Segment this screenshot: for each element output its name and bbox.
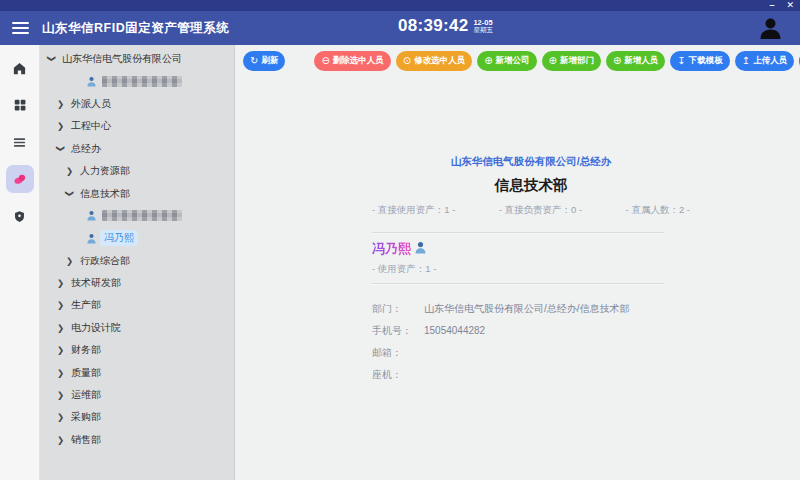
app-window: – ✕ 山东华信RFID固定资产管理系统 08:39:42 12-05 星期五 …: [0, 0, 800, 480]
circle-edit-icon: ⊙: [403, 56, 411, 66]
menu-toggle-icon[interactable]: [12, 22, 29, 34]
toolbar-button-label: 新增公司: [496, 55, 530, 67]
department-stats: - 直接使用资产：1 -- 直接负责资产：0 -- 直属人数：2 -: [372, 204, 690, 217]
circle-plus-icon: ⊕: [613, 56, 621, 66]
tree-item-label: 电力设计院: [71, 321, 121, 335]
chevron-right-icon[interactable]: ❯: [57, 390, 66, 400]
list-icon: [12, 135, 27, 150]
breadcrumb-link[interactable]: 山东华信电气股份有限公司/总经办: [372, 155, 690, 169]
person-asset-stat: - 使用资产：1 -: [372, 263, 690, 276]
toolbar-button-1[interactable]: ↻刷新: [243, 51, 285, 71]
tree-item-dept[interactable]: ❯山东华信电气股份有限公司: [40, 48, 234, 70]
person-icon: [86, 76, 97, 87]
stat-item: - 直接负责资产：0 -: [499, 204, 582, 217]
nav-rail-item-security[interactable]: [6, 202, 34, 230]
tree-item-label: 山东华信电气股份有限公司: [62, 52, 182, 66]
tree-item-label: 运维部: [71, 388, 101, 402]
nav-rail-item-personnel[interactable]: [6, 165, 34, 193]
tree-item-dept[interactable]: ❯财务部: [40, 339, 234, 361]
detail-row: 座机：: [372, 364, 690, 386]
toolbar-button-4[interactable]: ⊕新增公司: [477, 51, 536, 71]
tree-item-person[interactable]: [40, 205, 234, 227]
chevron-down-icon[interactable]: ❯: [65, 189, 75, 198]
download-icon: ↧: [677, 56, 685, 66]
tree-item-dept[interactable]: ❯采购部: [40, 406, 234, 428]
nav-rail-item-menu[interactable]: [6, 128, 34, 156]
detail-label: 邮箱：: [372, 342, 424, 364]
toolbar-button-2[interactable]: ⊖删除选中人员: [314, 51, 390, 71]
tree-item-dept[interactable]: ❯电力设计院: [40, 317, 234, 339]
tree-item-label: 外派人员: [71, 97, 111, 111]
toolbar-button-8[interactable]: ↥上传人员: [735, 51, 794, 71]
chevron-right-icon[interactable]: ❯: [57, 278, 66, 288]
tree-item-label: 采购部: [71, 410, 101, 424]
tree-item-dept[interactable]: ❯人力资源部: [40, 160, 234, 182]
chevron-right-icon[interactable]: ❯: [57, 435, 66, 445]
tree-item-dept[interactable]: ❯生产部: [40, 294, 234, 316]
toolbar-button-label: 上传人员: [753, 55, 787, 67]
department-detail: 山东华信电气股份有限公司/总经办 信息技术部 - 直接使用资产：1 -- 直接负…: [372, 155, 690, 386]
toolbar-button-7[interactable]: ↧下载模板: [670, 51, 729, 71]
user-avatar-icon[interactable]: [757, 15, 784, 46]
toolbar-button-3[interactable]: ⊙修改选中人员: [396, 51, 472, 71]
stat-item: - 直接使用资产：1 -: [372, 204, 455, 217]
detail-row: 手机号：15054044282: [372, 320, 690, 342]
nav-rail-item-home[interactable]: [6, 54, 34, 82]
nav-rail: [0, 45, 40, 480]
tree-item-label: 财务部: [71, 343, 101, 357]
clock-weekday: 星期五: [473, 27, 493, 34]
person-name[interactable]: 冯乃熙: [372, 240, 411, 258]
tree-item-label: 生产部: [71, 298, 101, 312]
toolbar-button-label: 删除选中人员: [333, 55, 384, 67]
tree-item-dept[interactable]: ❯工程中心: [40, 115, 234, 137]
tree-item-label: 人力资源部: [80, 164, 130, 178]
tree-item-dept[interactable]: ❯外派人员: [40, 93, 234, 115]
home-icon: [12, 61, 27, 76]
tree-item-dept[interactable]: ❯销售部: [40, 429, 234, 451]
chevron-down-icon[interactable]: ❯: [56, 145, 66, 154]
chevron-right-icon[interactable]: ❯: [57, 99, 66, 109]
detail-label: 部门：: [372, 298, 424, 320]
tree-item-dept[interactable]: ❯总经办: [40, 138, 234, 160]
tree-item-label: 行政综合部: [80, 254, 130, 268]
minimize-button[interactable]: –: [769, 1, 774, 10]
tree-item-dept[interactable]: ❯技术研发部: [40, 272, 234, 294]
nav-rail-item-apps[interactable]: [6, 91, 34, 119]
detail-label: 座机：: [372, 364, 424, 386]
department-title: 信息技术部: [372, 176, 690, 195]
chevron-right-icon[interactable]: ❯: [57, 300, 66, 310]
chevron-right-icon[interactable]: ❯: [66, 256, 75, 266]
app-header: 山东华信RFID固定资产管理系统 08:39:42 12-05 星期五: [0, 11, 800, 45]
chevron-right-icon[interactable]: ❯: [57, 121, 66, 131]
person-row: 冯乃熙: [372, 240, 690, 258]
tree-item-person[interactable]: 冯乃熙: [40, 227, 234, 249]
chevron-right-icon[interactable]: ❯: [57, 412, 66, 422]
chevron-right-icon[interactable]: ❯: [57, 345, 66, 355]
toolbar-button-label: 刷新: [261, 55, 278, 67]
app-title: 山东华信RFID固定资产管理系统: [42, 20, 229, 36]
chevron-down-icon[interactable]: ❯: [47, 55, 57, 64]
person-details: 部门：山东华信电气股份有限公司/总经办/信息技术部手机号：15054044282…: [372, 298, 690, 386]
chevron-right-icon[interactable]: ❯: [66, 166, 75, 176]
tree-item-label: 销售部: [71, 433, 101, 447]
tree-item-label: 信息技术部: [80, 187, 130, 201]
tree-item-dept[interactable]: ❯运维部: [40, 384, 234, 406]
tree-item-person[interactable]: [40, 70, 234, 92]
tree-item-dept[interactable]: ❯信息技术部: [40, 182, 234, 204]
tree-item-label: 总经办: [71, 142, 101, 156]
chevron-right-icon[interactable]: ❯: [57, 368, 66, 378]
person-icon: [86, 233, 97, 244]
tree-item-dept[interactable]: ❯质量部: [40, 361, 234, 383]
person-icon: [86, 210, 97, 221]
clock: 08:39:42 12-05 星期五: [398, 16, 493, 36]
chevron-right-icon[interactable]: ❯: [57, 323, 66, 333]
toolbar-button-label: 修改选中人员: [414, 55, 465, 67]
toolbar-button-5[interactable]: ⊕新增部门: [542, 51, 601, 71]
toolbar-button-6[interactable]: ⊕新增人员: [606, 51, 665, 71]
close-button[interactable]: ✕: [786, 1, 794, 10]
refresh-icon: ↻: [250, 56, 258, 66]
divider: [372, 232, 664, 234]
tree-item-dept[interactable]: ❯行政综合部: [40, 250, 234, 272]
tree-item-label: 质量部: [71, 366, 101, 380]
detail-row: 邮箱：: [372, 342, 690, 364]
